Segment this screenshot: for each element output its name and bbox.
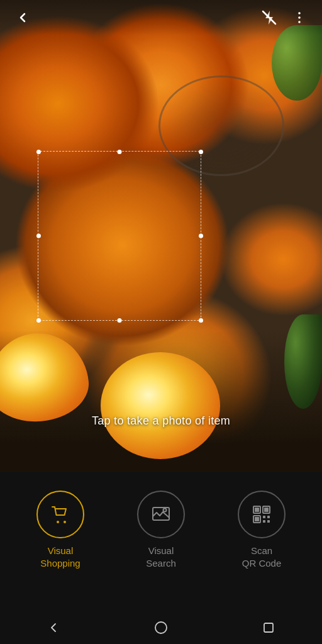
visual-search-label: VisualSearch — [146, 545, 176, 569]
svg-rect-12 — [264, 508, 269, 512]
svg-rect-20 — [264, 623, 273, 632]
selection-overlay[interactable] — [38, 151, 201, 321]
scan-qr-circle — [238, 491, 286, 538]
handle-top-left[interactable] — [36, 150, 41, 154]
handle-bottom-right[interactable] — [199, 318, 203, 323]
mode-visual-shopping[interactable]: VisualShopping — [10, 491, 111, 569]
svg-rect-18 — [267, 520, 270, 523]
sys-home-button[interactable] — [147, 614, 175, 641]
visual-shopping-label: VisualShopping — [40, 545, 80, 569]
system-navigation — [0, 611, 322, 644]
svg-point-6 — [64, 521, 66, 523]
svg-rect-16 — [267, 516, 270, 518]
handle-top-right[interactable] — [199, 150, 203, 154]
flash-button[interactable] — [257, 5, 282, 30]
handle-bottom-mid[interactable] — [118, 318, 122, 323]
handle-bottom-left[interactable] — [36, 318, 41, 323]
svg-rect-17 — [263, 520, 265, 523]
svg-rect-15 — [263, 516, 265, 518]
svg-rect-14 — [255, 517, 259, 521]
top-navigation — [0, 0, 322, 35]
visual-shopping-circle — [36, 491, 84, 538]
svg-point-8 — [164, 509, 167, 512]
mode-visual-search[interactable]: VisualSearch — [111, 491, 211, 569]
nav-right-actions — [257, 5, 312, 30]
bottom-panel: VisualShopping VisualSearch — [0, 472, 322, 644]
instruction-text: Tap to take a photo of item — [0, 414, 322, 428]
handle-top-mid[interactable] — [118, 150, 122, 154]
mode-scan-qr[interactable]: ScanQR Code — [211, 491, 312, 569]
camera-viewfinder[interactable]: Tap to take a photo of item — [0, 0, 322, 472]
visual-search-circle — [137, 491, 185, 538]
leaves-top — [272, 25, 322, 101]
scan-qr-label: ScanQR Code — [242, 545, 282, 569]
leaves-bottom — [284, 314, 322, 409]
sys-back-button[interactable] — [40, 614, 67, 641]
back-button[interactable] — [10, 5, 35, 30]
mode-selector-row: VisualShopping VisualSearch — [0, 472, 322, 569]
handle-mid-right[interactable] — [199, 234, 203, 238]
svg-point-2 — [298, 12, 301, 14]
svg-point-4 — [298, 21, 301, 23]
sys-recents-button[interactable] — [255, 614, 282, 641]
svg-point-5 — [57, 521, 59, 523]
svg-point-19 — [155, 622, 167, 633]
svg-rect-10 — [255, 508, 259, 512]
orange-half-center — [101, 352, 220, 459]
more-options-button[interactable] — [287, 5, 312, 30]
svg-point-3 — [298, 16, 301, 19]
handle-mid-left[interactable] — [36, 234, 41, 238]
